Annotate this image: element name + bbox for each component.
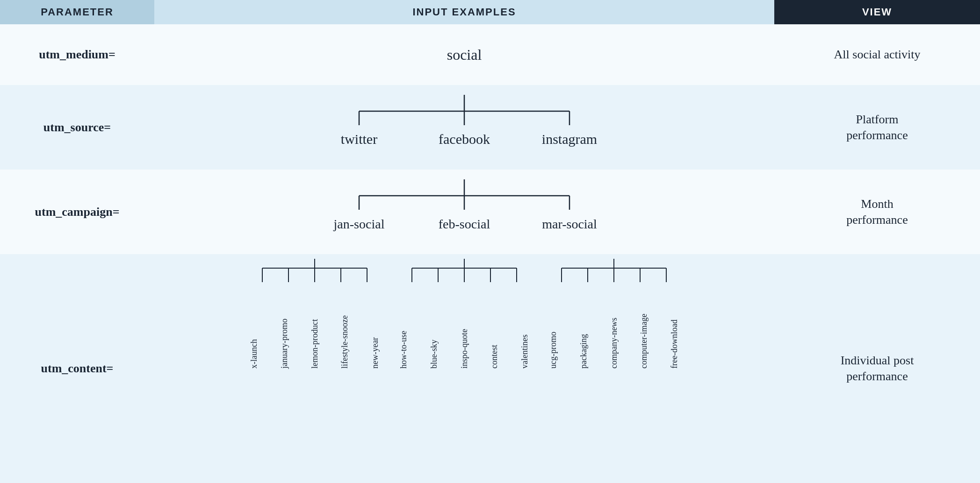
view-label-utm-campaign: Monthperformance bbox=[846, 196, 908, 228]
header-view: VIEW bbox=[774, 0, 980, 24]
content-item: inspo-quote bbox=[460, 294, 469, 369]
svg-text:jan-social: jan-social bbox=[333, 217, 385, 231]
content-item: computer-image bbox=[639, 294, 649, 369]
social-value: social bbox=[447, 46, 482, 64]
campaign-tree-svg: jan-social feb-social mar-social bbox=[287, 179, 642, 245]
utm-campaign-label: utm_campaign= bbox=[35, 205, 120, 219]
content-item: blue-sky bbox=[429, 294, 439, 369]
header-param: PARAMETER bbox=[0, 0, 154, 24]
param-cell-utm-content: utm_content= bbox=[0, 254, 154, 483]
svg-text:twitter: twitter bbox=[341, 131, 377, 147]
utm-content-label: utm_content= bbox=[41, 362, 114, 376]
svg-text:facebook: facebook bbox=[439, 131, 490, 147]
content-item: company-news bbox=[609, 294, 619, 369]
svg-text:instagram: instagram bbox=[542, 131, 597, 147]
row-utm-medium: utm_medium= social All social activity bbox=[0, 24, 980, 85]
utm-source-label: utm_source= bbox=[43, 121, 111, 135]
content-group-3: ucg-promo packaging company-news compute… bbox=[548, 259, 679, 369]
source-tree-svg: twitter facebook instagram bbox=[287, 95, 642, 160]
content-group-2: how-to-use blue-sky inspo-quote contest … bbox=[399, 259, 530, 369]
content-item: how-to-use bbox=[399, 294, 409, 369]
content-item: ucg-promo bbox=[548, 294, 558, 369]
content-item: x-launch bbox=[249, 294, 259, 369]
content-group1-svg bbox=[249, 259, 380, 294]
content-group3-svg bbox=[548, 259, 679, 294]
view-cell-utm-content: Individual postperformance bbox=[774, 254, 980, 483]
row-utm-source: utm_source= twitter facebook instagr bbox=[0, 85, 980, 170]
content-group2-svg bbox=[399, 259, 530, 294]
content-item: valentines bbox=[520, 294, 530, 369]
view-label-utm-content: Individual postperformance bbox=[841, 353, 914, 384]
content-item: january-promo bbox=[280, 294, 289, 369]
view-cell-utm-campaign: Monthperformance bbox=[774, 170, 980, 254]
param-cell-utm-campaign: utm_campaign= bbox=[0, 170, 154, 254]
content-item: lemon-product bbox=[310, 294, 320, 369]
svg-text:feb-social: feb-social bbox=[439, 217, 490, 231]
view-cell-utm-source: Platformperformance bbox=[774, 85, 980, 170]
examples-cell-utm-source: twitter facebook instagram bbox=[154, 85, 774, 170]
examples-cell-utm-medium: social bbox=[154, 24, 774, 85]
view-label-utm-source: Platformperformance bbox=[846, 112, 908, 143]
row-utm-campaign: utm_campaign= jan-social feb-social mar-… bbox=[0, 170, 980, 254]
utm-medium-label: utm_medium= bbox=[39, 48, 115, 62]
examples-cell-utm-content: x-launch january-promo lemon-product lif… bbox=[154, 254, 774, 483]
content-item: new-year bbox=[370, 294, 380, 369]
param-cell-utm-source: utm_source= bbox=[0, 85, 154, 170]
header-row: PARAMETER INPUT EXAMPLES VIEW bbox=[0, 0, 980, 24]
view-cell-utm-medium: All social activity bbox=[774, 24, 980, 85]
page-container: PARAMETER INPUT EXAMPLES VIEW utm_medium… bbox=[0, 0, 980, 483]
header-examples: INPUT EXAMPLES bbox=[154, 0, 774, 24]
param-cell-utm-medium: utm_medium= bbox=[0, 24, 154, 85]
content-item: contest bbox=[490, 294, 499, 369]
row-utm-content: utm_content= bbox=[0, 254, 980, 483]
content-group-1: x-launch january-promo lemon-product lif… bbox=[249, 259, 380, 369]
content-item: lifestyle-snooze bbox=[340, 294, 350, 369]
content-item: packaging bbox=[579, 294, 589, 369]
examples-cell-utm-campaign: jan-social feb-social mar-social bbox=[154, 170, 774, 254]
content-item: free-download bbox=[670, 294, 679, 369]
view-label-utm-medium: All social activity bbox=[834, 47, 921, 63]
svg-text:mar-social: mar-social bbox=[542, 217, 597, 231]
